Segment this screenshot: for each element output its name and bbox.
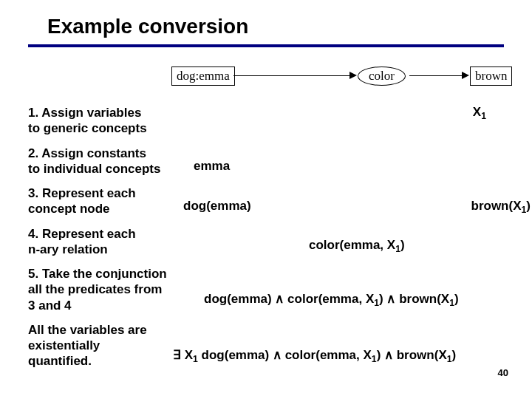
step-5-line-1: 5. Take the conjunction — [28, 267, 167, 281]
conj-a: dog(emma) — [204, 292, 275, 306]
arrow-1-head — [349, 72, 357, 79]
step-1-label: 1. Assign variables to generic concepts — [0, 105, 177, 137]
value-dog-emma: dog(emma) — [183, 199, 251, 214]
value-conjunction: dog(emma) ∧ color(emma, X1) ∧ brown(X1) — [204, 291, 459, 308]
concept-diagram: dog:emma color brown — [0, 61, 532, 98]
step-6-line-2: existentially — [28, 338, 100, 352]
title-rule — [28, 44, 504, 47]
color-sub: 1 — [395, 244, 400, 254]
color-pre: color(emma, X — [309, 238, 395, 252]
step-3-line-1: 3. Represent each — [28, 186, 136, 200]
ex-e: brown(X — [393, 348, 447, 362]
and-3: ∧ — [273, 348, 282, 362]
ex-e-sub: 1 — [447, 354, 452, 364]
ex-d: ) — [377, 348, 384, 362]
step-2-label: 2. Assign constants to individual concep… — [0, 146, 177, 177]
step-2-line-1: 2. Assign constants — [28, 146, 146, 160]
step-5-label: 5. Take the conjunction all the predicat… — [0, 266, 177, 313]
value-emma: emma — [194, 159, 230, 174]
value-x1: X1 — [473, 105, 486, 121]
page-number: 40 — [498, 367, 508, 378]
step-3-row: 3. Represent each concept node dog(emma)… — [0, 185, 532, 217]
ex-b: dog(emma) — [198, 348, 273, 362]
ex-c: color(emma, X — [282, 348, 372, 362]
box-dog-emma: dog:emma — [171, 66, 235, 86]
ex-c-sub: 1 — [372, 354, 377, 364]
step-2-row: 2. Assign constants to individual concep… — [0, 146, 532, 177]
step-1-row: 1. Assign variables to generic concepts … — [0, 105, 532, 137]
step-5-line-3: 3 and 4 — [28, 299, 72, 313]
x1-text: X — [473, 105, 481, 119]
exists-symbol: ∃ — [173, 348, 181, 362]
ex-a-sub: 1 — [193, 354, 198, 364]
slide-title: Example conversion — [0, 0, 532, 44]
step-6-row: All the variables are existentially quan… — [0, 322, 532, 369]
brown-pre: brown(X — [471, 199, 522, 213]
value-existential: ∃ X1 dog(emma) ∧ color(emma, X1) ∧ brown… — [173, 347, 456, 364]
step-5-line-2: all the predicates from — [28, 282, 162, 296]
and-1: ∧ — [275, 292, 284, 306]
and-4: ∧ — [384, 348, 393, 362]
content-area: 1. Assign variables to generic concepts … — [0, 105, 532, 369]
brown-post: ) — [526, 199, 531, 213]
arrow-1-line — [233, 75, 352, 76]
step-1-line-2: to generic concepts — [28, 121, 147, 135]
ellipse-color: color — [358, 66, 406, 86]
step-6-value: ∃ X1 dog(emma) ∧ color(emma, X1) ∧ brown… — [177, 322, 532, 352]
conj-e: ) — [454, 292, 459, 306]
arrow-2-head — [462, 72, 469, 79]
step-4-row: 4. Represent each n-ary relation color(e… — [0, 226, 532, 258]
value-brown-x1: brown(X1) — [471, 199, 531, 215]
ex-a: X — [181, 348, 193, 362]
step-3-label: 3. Represent each concept node — [0, 185, 177, 217]
step-5-row: 5. Take the conjunction all the predicat… — [0, 266, 532, 313]
conj-d: brown(X — [395, 292, 449, 306]
ex-f: ) — [452, 348, 457, 362]
step-4-label: 4. Represent each n-ary relation — [0, 226, 177, 258]
step-2-value: emma — [177, 146, 532, 175]
and-2: ∧ — [386, 292, 395, 306]
x1-sub: 1 — [481, 111, 486, 121]
step-6-line-1: All the variables are — [28, 323, 147, 337]
value-color-emma-x1: color(emma, X1) — [309, 238, 405, 254]
step-3-line-2: concept node — [28, 202, 110, 216]
step-4-line-1: 4. Represent each — [28, 227, 136, 241]
conj-b-sub: 1 — [374, 298, 379, 308]
step-2-line-2: to individual concepts — [28, 162, 160, 176]
color-post: ) — [400, 238, 405, 252]
conj-b: color(emma, X — [284, 292, 374, 306]
box-brown: brown — [470, 66, 512, 86]
step-3-value: dog(emma) brown(X1) — [177, 185, 532, 215]
step-5-value: dog(emma) ∧ color(emma, X1) ∧ brown(X1) — [177, 266, 532, 296]
step-1-value: X1 — [177, 105, 532, 134]
step-4-value: color(emma, X1) — [177, 226, 532, 256]
step-1-line-1: 1. Assign variables — [28, 106, 141, 120]
step-4-line-2: n-ary relation — [28, 242, 108, 256]
conj-c: ) — [379, 292, 386, 306]
step-6-line-3: quantified. — [28, 354, 92, 368]
arrow-2-line — [409, 75, 464, 76]
step-6-label: All the variables are existentially quan… — [0, 322, 177, 369]
conj-d-sub: 1 — [449, 298, 454, 308]
